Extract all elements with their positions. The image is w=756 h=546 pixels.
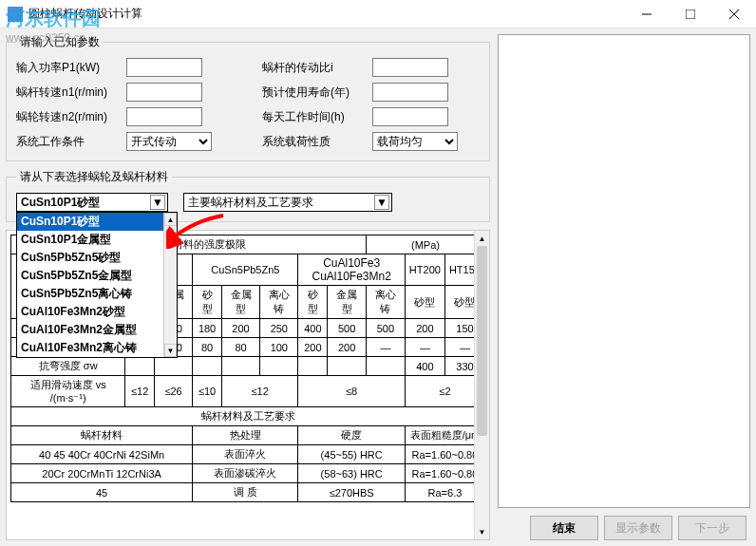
end-button[interactable]: 结束 — [530, 516, 598, 540]
cond-label: 系统工作条件 — [16, 134, 121, 150]
dropdown-option[interactable]: CuAl10Fe3Mn2砂型 — [17, 303, 177, 321]
material-dropdown: CuSn10P1砂型 CuSn10P1金属型 CuSn5Pb5Zn5砂型 CuS… — [16, 212, 178, 358]
dropdown-option[interactable]: CuSn5Pb5Zn5砂型 — [17, 249, 177, 267]
window-title: 圆柱蜗杆传动设计计算 — [28, 6, 625, 22]
table-row: 45调 质≤270HBSRa=6.3 — [11, 483, 485, 502]
dropdown-scrollbar[interactable]: ▲ ▼ — [163, 213, 177, 357]
load-select[interactable]: 载荷均匀 — [372, 132, 458, 151]
worm-wheel-material-combo[interactable]: CuSn10P1砂型 ▼ CuSn10P1砂型 CuSn10P1金属型 CuSn… — [16, 193, 168, 212]
next-button[interactable]: 下一步 — [678, 516, 747, 540]
table-row: 20Cr 20CrMnTi 12CrNi3A表面渗碳淬火(58~63) HRCR… — [11, 464, 485, 483]
dropdown-option[interactable]: CuAl10Fe3Mn2离心铸 — [17, 339, 177, 357]
chevron-down-icon: ▼ — [150, 195, 165, 210]
p1-label: 输入功率P1(kW) — [16, 60, 121, 76]
life-input[interactable] — [372, 83, 448, 102]
i-label: 蜗杆的传动比i — [262, 60, 367, 76]
dropdown-option[interactable]: CuAl10Fe3Mn2金属型 — [17, 321, 177, 339]
params-fieldset: 请输入已知参数 输入功率P1(kW) 蜗杆的传动比i 蜗杆转速n1(r/min)… — [6, 34, 490, 161]
table-row: 适用滑动速度 vs /(m·s⁻¹)≤12≤26≤10≤12≤8≤2 — [11, 376, 485, 407]
n2-input[interactable] — [126, 107, 202, 126]
n1-label: 蜗杆转速n1(r/min) — [16, 85, 121, 101]
dropdown-option[interactable]: CuSn5Pb5Zn5金属型 — [17, 267, 177, 285]
combo1-value: CuSn10P1砂型 — [21, 195, 100, 211]
titlebar: 圆柱蜗杆传动设计计算 — [0, 0, 756, 28]
cond-select[interactable]: 开式传动 — [126, 132, 212, 151]
table-row: 抗弯强度 σw400330 — [11, 357, 485, 376]
output-textarea[interactable] — [498, 34, 750, 508]
worm-material-combo[interactable]: 主要蜗杆材料及工艺要求 ▼ — [183, 193, 392, 212]
params-legend: 请输入已知参数 — [16, 34, 104, 50]
table-scrollbar[interactable]: ▲▼ — [474, 231, 489, 539]
minimize-button[interactable] — [625, 0, 669, 28]
table-row: 40 45 40Cr 40CrNi 42SiMn表面淬火(45~55) HRCR… — [11, 445, 485, 464]
load-label: 系统载荷性质 — [262, 134, 367, 150]
maximize-button[interactable] — [669, 0, 712, 28]
chevron-down-icon: ▼ — [374, 195, 389, 210]
dropdown-option[interactable]: CuSn5Pb5Zn5离心铸 — [17, 285, 177, 303]
hours-label: 每天工作时间(h) — [262, 109, 367, 125]
combo2-value: 主要蜗杆材料及工艺要求 — [188, 195, 313, 211]
dropdown-option[interactable]: CuSn10P1砂型 — [17, 213, 177, 231]
hours-input[interactable] — [372, 107, 448, 126]
i-input[interactable] — [372, 58, 448, 77]
n2-label: 蜗轮转速n2(r/min) — [16, 109, 121, 125]
n1-input[interactable] — [126, 83, 202, 102]
life-label: 预计使用寿命(年) — [262, 85, 367, 101]
svg-rect-1 — [686, 9, 695, 19]
show-params-button[interactable]: 显示参数 — [604, 516, 672, 540]
p1-input[interactable] — [126, 58, 202, 77]
app-icon — [8, 7, 23, 22]
material-fieldset: 请从下表选择蜗轮及蜗杆材料 CuSn10P1砂型 ▼ CuSn10P1砂型 Cu… — [6, 169, 490, 222]
close-button[interactable] — [712, 0, 756, 28]
dropdown-option[interactable]: CuSn10P1金属型 — [17, 231, 177, 249]
material-legend: 请从下表选择蜗轮及蜗杆材料 — [16, 169, 172, 185]
